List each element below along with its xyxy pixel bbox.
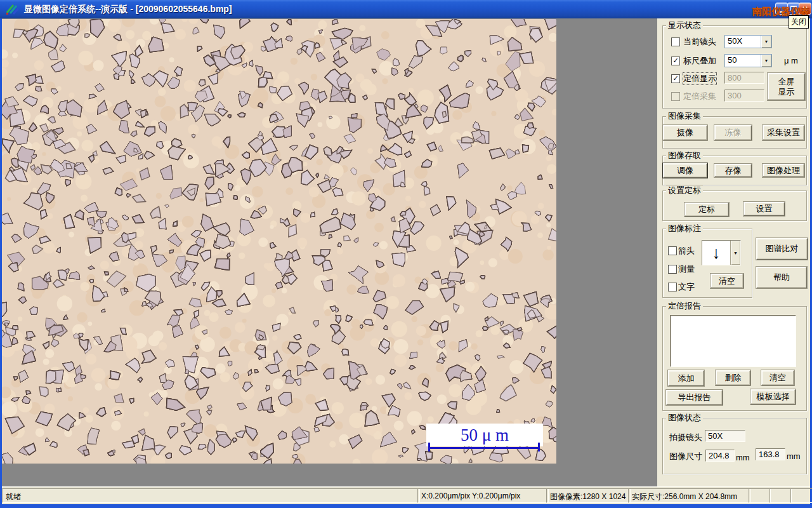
group-storage-title: 图像存取 — [666, 150, 703, 161]
save-image-button[interactable]: 存像 — [714, 164, 752, 177]
status-image-pixels: 图像像素:1280 X 1024 — [546, 488, 631, 503]
status-spare-1 — [749, 488, 771, 503]
image-size-label: 图像尺寸 — [669, 451, 702, 462]
control-panel: 显示状态 当前镜头 50X ▼ ✓ 标尺叠加 50 ▼ μ m ✓ 定倍显示 8… — [657, 18, 810, 486]
chevron-down-icon: ▼ — [764, 58, 769, 63]
checkbox-fixed-display[interactable]: ✓ — [671, 74, 680, 83]
checkbox-measure-label: 测量 — [678, 264, 695, 275]
group-annotation-title: 图像标注 — [666, 224, 703, 234]
scale-bar: 50 μ m — [426, 424, 543, 446]
current-lens-value: 50X — [725, 36, 761, 48]
calibrate-button[interactable]: 定标 — [684, 203, 729, 217]
scale-bar-tick-left — [428, 443, 430, 451]
checkbox-arrow-label: 箭头 — [678, 245, 695, 257]
window-title: 显微图像定倍系统--演示版 - [20090602055646.bmp] — [24, 4, 232, 15]
scale-bar-line — [428, 447, 540, 449]
app-icon — [5, 3, 19, 15]
report-delete-button[interactable]: 删除 — [716, 370, 750, 385]
report-clear-button[interactable]: 清空 — [761, 370, 794, 385]
status-actual-size: 实际尺寸:256.0mm X 204.8mm — [628, 488, 751, 503]
checkbox-arrow[interactable] — [668, 246, 677, 255]
group-image-status: 图像状态 — [662, 418, 807, 474]
group-calibration-title: 设置定标 — [666, 185, 703, 196]
title-bar: 显微图像定倍系统--演示版 - [20090602055646.bmp] × 南… — [0, 0, 812, 18]
checkbox-text[interactable] — [668, 283, 677, 291]
image-process-button[interactable]: 图像处理 — [763, 164, 804, 177]
checkbox-fixed-capture-label: 定倍采集 — [683, 91, 716, 102]
export-report-button[interactable]: 导出报告 — [666, 390, 723, 405]
status-spare-2 — [769, 488, 792, 503]
ruler-unit-label: μ m — [784, 56, 798, 65]
fixed-display-input: 800 — [724, 72, 764, 84]
ruler-value-combo[interactable]: 50 ▼ — [724, 54, 772, 67]
group-display-status-title: 显示状态 — [666, 20, 703, 30]
group-image-status-title: 图像状态 — [666, 413, 703, 423]
current-lens-combo[interactable]: 50X ▼ — [724, 35, 772, 48]
image-viewer: 50 μ m — [2, 18, 657, 486]
image-width-field: 204.8 — [705, 450, 735, 462]
image-height-unit: mm — [787, 451, 801, 461]
status-bar: 就绪 X:0.200μm/pix Y:0.200μm/pix 图像像素:1280… — [2, 486, 810, 504]
close-tooltip: 关闭 — [789, 15, 809, 29]
arrow-style-dropdown-button[interactable]: ▼ — [730, 241, 740, 265]
group-report-title: 定倍报告 — [666, 301, 703, 311]
scale-bar-tick-right — [538, 443, 540, 451]
chevron-down-icon: ▼ — [764, 39, 769, 44]
scale-bar-label: 50 μ m — [461, 425, 509, 445]
checkbox-text-label: 文字 — [678, 281, 695, 293]
atlas-compare-button[interactable]: 图谱比对 — [756, 238, 808, 260]
current-lens-dropdown-button[interactable]: ▼ — [761, 36, 771, 48]
status-pixel-scale: X:0.200μm/pix Y:0.200μm/pix — [417, 488, 549, 503]
checkbox-ruler-overlay[interactable]: ✓ — [671, 57, 680, 65]
fixed-capture-input: 300 — [724, 90, 764, 102]
report-add-button[interactable]: 添加 — [668, 370, 704, 386]
freeze-button: 冻像 — [714, 125, 752, 140]
micrograph-image[interactable] — [2, 19, 556, 464]
group-capture-title: 图像采集 — [666, 111, 703, 121]
status-ready: 就绪 — [2, 488, 420, 503]
load-image-button[interactable]: 调像 — [663, 163, 707, 178]
fullscreen-button-line1: 全屏 — [778, 77, 795, 87]
annotation-clear-button[interactable]: 清空 — [710, 274, 743, 288]
checkbox-ruler-overlay-label: 标尺叠加 — [683, 55, 716, 67]
help-button[interactable]: 帮助 — [756, 267, 807, 288]
image-width-unit: mm — [736, 453, 750, 462]
capture-settings-button[interactable]: 采集设置 — [763, 125, 804, 140]
calibration-settings-button[interactable]: 设置 — [743, 202, 785, 216]
image-height-field: 163.8 — [756, 448, 785, 460]
chevron-down-icon: ▼ — [733, 251, 738, 255]
lens-value-field: 50X — [705, 430, 745, 442]
arrow-style-combo[interactable]: ↓ ▼ — [702, 240, 741, 265]
checkbox-fixed-display-label: 定倍显示 — [683, 73, 716, 84]
arrow-down-icon: ↓ — [702, 241, 730, 265]
checkbox-current-lens-label: 当前镜头 — [683, 36, 716, 48]
ruler-dropdown-button[interactable]: ▼ — [761, 55, 771, 67]
status-spare-3 — [790, 488, 812, 503]
app-window: 显微图像定倍系统--演示版 - [20090602055646.bmp] × 南… — [0, 0, 812, 508]
fullscreen-button-line2: 显示 — [778, 87, 795, 97]
report-listbox[interactable] — [670, 315, 796, 367]
template-select-button[interactable]: 模板选择 — [750, 389, 796, 404]
lens-label: 拍摄镜头 — [669, 432, 702, 443]
ruler-value: 50 — [725, 55, 761, 67]
checkbox-fixed-capture — [671, 92, 680, 101]
fullscreen-button[interactable]: 全屏 显示 — [768, 73, 805, 100]
checkbox-measure[interactable] — [668, 265, 677, 274]
checkbox-current-lens[interactable] — [671, 37, 680, 46]
shoot-button[interactable]: 摄像 — [663, 125, 707, 140]
